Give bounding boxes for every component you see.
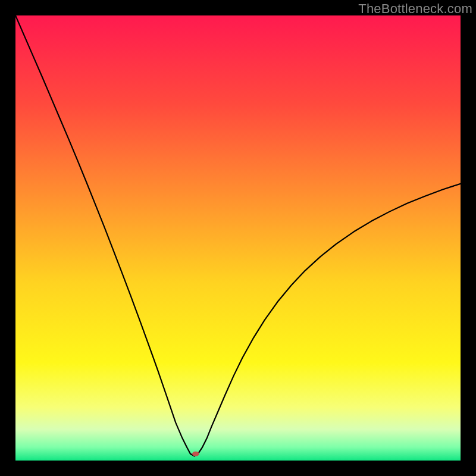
chart-frame (15, 15, 461, 461)
watermark-text: TheBottleneck.com (358, 1, 472, 17)
minimum-marker (192, 452, 199, 456)
chart-svg (15, 15, 461, 461)
chart-background (15, 15, 461, 461)
